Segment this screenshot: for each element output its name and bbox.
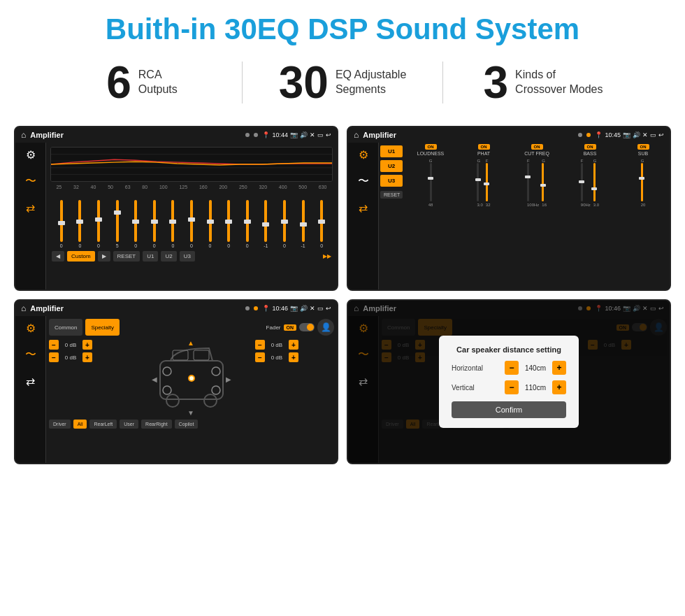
eq-slider-col-11[interactable]: -1: [258, 200, 275, 248]
cv-preset-btns: U1 U2 U3 RESET: [379, 143, 404, 289]
eq-slider-track-1[interactable]: [78, 200, 81, 242]
eq-slider-col-8[interactable]: 0: [202, 200, 219, 248]
dialog-vertical-plus[interactable]: +: [552, 380, 566, 394]
fader-btn-copilot[interactable]: Copilot: [175, 420, 199, 429]
cv-side-icon-2[interactable]: 〜: [358, 174, 369, 189]
stat-text-eq: EQ Adjustable Segments: [336, 68, 406, 97]
fader-plus-3[interactable]: +: [289, 340, 298, 350]
eq-slider-track-13[interactable]: [302, 200, 305, 242]
fader-minus-2[interactable]: −: [49, 352, 59, 362]
eq-slider-track-7[interactable]: [190, 200, 193, 242]
fader-on-badge[interactable]: ON: [284, 324, 297, 331]
eq-prev-btn[interactable]: ◀: [52, 251, 64, 262]
dialog-confirm-button[interactable]: Confirm: [452, 401, 566, 418]
fader-tab-common[interactable]: Common: [49, 319, 82, 336]
dialog-title: Car speaker distance setting: [452, 345, 566, 354]
svg-point-14: [163, 386, 171, 394]
eq-slider-col-0[interactable]: 0: [53, 200, 70, 248]
cv-side-icon-3[interactable]: ⇄: [359, 201, 368, 215]
eq-slider-track-4[interactable]: [134, 200, 137, 242]
eq-screen-body: ⚙ 〜 ⇄: [15, 143, 337, 289]
eq-slider-col-3[interactable]: 5: [109, 200, 126, 248]
eq-slider-col-9[interactable]: 0: [220, 200, 237, 248]
eq-slider-track-11[interactable]: [264, 200, 267, 242]
eq-slider-col-4[interactable]: 0: [127, 200, 144, 248]
eq-slider-thumb-2: [95, 217, 102, 222]
stat-text-rca: RCA Outputs: [138, 68, 178, 97]
fader-left-controls: − 0 dB + − 0 dB +: [49, 340, 128, 417]
eq-slider-track-12[interactable]: [283, 200, 286, 242]
cv-side-icon-1[interactable]: ⚙: [359, 148, 368, 162]
fader-side-icon-2[interactable]: 〜: [25, 348, 36, 362]
cv-content: U1 U2 U3 RESET ON LOUDNESS G: [379, 143, 670, 289]
eq-slider-val-8: 0: [209, 243, 212, 248]
eq-slider-track-14[interactable]: [320, 200, 323, 242]
eq-slider-track-3[interactable]: [116, 200, 119, 242]
eq-slider-val-3: 5: [116, 243, 119, 248]
fader-minus-1[interactable]: −: [49, 340, 59, 350]
fader-plus-2[interactable]: +: [82, 352, 92, 362]
stat-number-crossover: 3: [484, 60, 509, 105]
home-icon[interactable]: ⌂: [21, 130, 26, 140]
fader-home-icon[interactable]: ⌂: [21, 303, 26, 313]
fader-side-icon-1[interactable]: ⚙: [26, 322, 36, 335]
fader-side-icon-3[interactable]: ⇄: [26, 375, 35, 388]
eq-slider-track-10[interactable]: [246, 200, 249, 242]
fader-x-icon: ✕: [310, 305, 315, 312]
cv-home-icon[interactable]: ⌂: [354, 130, 359, 140]
eq-slider-col-10[interactable]: 0: [239, 200, 256, 248]
cv-rect-icon: ▭: [650, 131, 656, 138]
eq-status-bar: ⌂ Amplifier 📍 10:44 📷 🔊 ✕ ▭ ↩: [15, 127, 337, 143]
eq-slider-track-6[interactable]: [171, 200, 174, 242]
eq-slider-track-2[interactable]: [97, 200, 100, 242]
eq-bottom-bar[interactable]: ◀ Custom ▶ RESET U1 U2 U3 ▶▶: [50, 251, 333, 262]
eq-cam-icon: 📷: [290, 131, 298, 138]
fader-btn-rearleft[interactable]: RearLeft: [89, 420, 117, 429]
eq-slider-col-7[interactable]: 0: [183, 200, 200, 248]
fader-plus-4[interactable]: +: [289, 352, 298, 362]
cv-preset-u3[interactable]: U3: [380, 175, 403, 187]
eq-slider-col-5[interactable]: 0: [146, 200, 163, 248]
eq-slider-col-14[interactable]: 0: [313, 200, 330, 248]
dialog-vertical-minus[interactable]: −: [505, 380, 519, 394]
cv-ch-sub: ON SUB G 20: [618, 144, 668, 288]
eq-side-icon-3[interactable]: ⇄: [26, 201, 35, 215]
dialog-horizontal-plus[interactable]: +: [552, 361, 566, 375]
fader-toggle[interactable]: [299, 323, 315, 331]
eq-slider-track-5[interactable]: [153, 200, 156, 242]
eq-side-icon-1[interactable]: ⚙: [26, 148, 36, 162]
eq-slider-col-6[interactable]: 0: [165, 200, 182, 248]
eq-slider-track-0[interactable]: [60, 200, 63, 242]
fader-plus-1[interactable]: +: [82, 340, 92, 350]
fader-btn-user[interactable]: User: [120, 420, 138, 429]
eq-next-btn[interactable]: ▶: [98, 251, 110, 262]
eq-slider-col-1[interactable]: 0: [72, 200, 89, 248]
cv-preset-u2[interactable]: U2: [380, 160, 403, 172]
eq-reset-btn[interactable]: RESET: [113, 251, 140, 262]
cv-ch-cutfreq: ON CUT FREQ F 100Hz G: [512, 144, 562, 288]
fader-btn-driver[interactable]: Driver: [49, 420, 71, 429]
eq-u3-btn[interactable]: U3: [180, 251, 195, 262]
fader-back-icon: ↩: [326, 305, 331, 312]
fader-btn-rearright[interactable]: RearRight: [141, 420, 172, 429]
eq-slider-col-12[interactable]: 0: [276, 200, 293, 248]
eq-side-icon-2[interactable]: 〜: [25, 174, 36, 189]
eq-slider-col-13[interactable]: -1: [295, 200, 312, 248]
eq-u1-btn[interactable]: U1: [143, 251, 158, 262]
eq-slider-col-2[interactable]: 0: [90, 200, 107, 248]
svg-rect-7: [194, 350, 209, 360]
fader-tab-specialty[interactable]: Specialty: [85, 319, 119, 336]
cv-reset-btn[interactable]: RESET: [380, 191, 403, 199]
fader-btn-all[interactable]: All: [73, 420, 87, 429]
fader-cam-icon: 📷: [290, 305, 298, 312]
dialog-horizontal-minus[interactable]: −: [505, 361, 519, 375]
eq-slider-val-10: 0: [246, 243, 249, 248]
eq-slider-track-8[interactable]: [209, 200, 212, 242]
eq-preset-btn[interactable]: Custom: [67, 251, 95, 262]
fader-minus-4[interactable]: −: [255, 352, 265, 362]
page-header: Buith-in 30EQ DSP Sound System: [0, 0, 685, 53]
eq-slider-track-9[interactable]: [227, 200, 230, 242]
fader-minus-3[interactable]: −: [255, 340, 265, 350]
eq-u2-btn[interactable]: U2: [161, 251, 176, 262]
cv-preset-u1[interactable]: U1: [380, 145, 403, 157]
